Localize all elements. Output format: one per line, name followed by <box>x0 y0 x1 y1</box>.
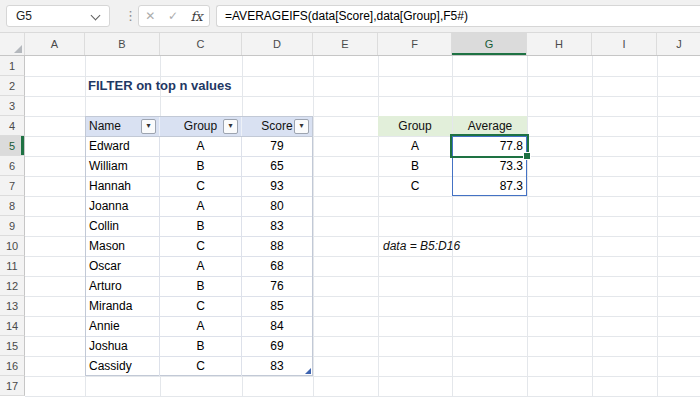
row-header-5[interactable]: 5 <box>0 136 25 156</box>
active-cell-border <box>450 134 529 158</box>
cell-score[interactable]: 69 <box>242 337 312 356</box>
excel-window: G5 ⋮ ✕ ✓ fx =AVERAGEIFS(data[Score],data… <box>0 0 700 400</box>
annotation-cell[interactable]: data = B5:D16 <box>383 236 460 256</box>
cell-group[interactable]: C <box>160 297 242 316</box>
column-header-A[interactable]: A <box>25 33 85 55</box>
row-header-15[interactable]: 15 <box>0 336 25 356</box>
column-header-G[interactable]: G <box>452 33 527 55</box>
data-table-row: EdwardA79 <box>86 137 312 157</box>
cell-name[interactable]: Collin <box>86 217 160 236</box>
filter-button-name[interactable]: ▾ <box>141 119 156 134</box>
cell-score[interactable]: 88 <box>242 237 312 256</box>
cell-score[interactable]: 68 <box>242 257 312 276</box>
row-header-14[interactable]: 14 <box>0 316 25 336</box>
row-header-7[interactable]: 7 <box>0 176 25 196</box>
column-header-H[interactable]: H <box>527 33 592 55</box>
cell-group-label[interactable]: A <box>378 136 452 156</box>
cell-name[interactable]: Joanna <box>86 197 160 216</box>
cell-score[interactable]: 85 <box>242 297 312 316</box>
cell-score[interactable]: 80 <box>242 197 312 216</box>
cell-score[interactable]: 65 <box>242 157 312 176</box>
data-table-header-group[interactable]: Group ▾ <box>160 117 242 136</box>
row-header-13[interactable]: 13 <box>0 296 25 316</box>
cell-name[interactable]: Mason <box>86 237 160 256</box>
gridline-vertical <box>592 56 593 396</box>
cell-name[interactable]: Annie <box>86 317 160 336</box>
cell-name[interactable]: Edward <box>86 137 160 156</box>
row-header-12[interactable]: 12 <box>0 276 25 296</box>
cell-group[interactable]: B <box>160 217 242 236</box>
cell-name[interactable]: Cassidy <box>86 357 160 376</box>
cell-score[interactable]: 93 <box>242 177 312 196</box>
result-header-group[interactable]: Group <box>378 116 452 136</box>
row-header-16[interactable]: 16 <box>0 356 25 376</box>
name-box[interactable]: G5 <box>6 5 110 27</box>
enter-button[interactable]: ✓ <box>168 6 178 26</box>
result-header-average[interactable]: Average <box>453 116 527 136</box>
column-header-E[interactable]: E <box>313 33 378 55</box>
cell-group[interactable]: A <box>160 317 242 336</box>
column-header-B[interactable]: B <box>85 33 160 55</box>
cell-name[interactable]: Joshua <box>86 337 160 356</box>
formula-buttons: ✕ ✓ fx <box>138 5 210 27</box>
insert-function-button[interactable]: fx <box>191 9 203 24</box>
gridline-vertical <box>313 56 314 396</box>
row-header-4[interactable]: 4 <box>0 116 25 136</box>
filter-arrow-icon: ▾ <box>228 121 232 130</box>
cancel-button[interactable]: ✕ <box>145 6 155 26</box>
column-header-I[interactable]: I <box>592 33 657 55</box>
cell-group[interactable]: B <box>160 337 242 356</box>
row-header-1[interactable]: 1 <box>0 56 25 76</box>
filter-button-score[interactable]: ▾ <box>294 119 309 134</box>
cell-group[interactable]: C <box>160 237 242 256</box>
cell-name[interactable]: Arturo <box>86 277 160 296</box>
cell-group[interactable]: B <box>160 157 242 176</box>
row-header-9[interactable]: 9 <box>0 216 25 236</box>
data-table-row: JoshuaB69 <box>86 337 312 357</box>
column-header-F[interactable]: F <box>378 33 452 55</box>
data-table-row: CollinB83 <box>86 217 312 237</box>
cell-group[interactable]: A <box>160 137 242 156</box>
cell-score[interactable]: 79 <box>242 137 312 156</box>
fill-handle[interactable] <box>523 152 531 160</box>
cell-group[interactable]: A <box>160 257 242 276</box>
row-header-11[interactable]: 11 <box>0 256 25 276</box>
data-table-header-score[interactable]: Score ▾ <box>242 117 312 136</box>
cell-name[interactable]: Hannah <box>86 177 160 196</box>
select-all-triangle-icon <box>14 45 22 53</box>
cell-score[interactable]: 76 <box>242 277 312 296</box>
filter-button-group[interactable]: ▾ <box>223 119 238 134</box>
cell-group-label[interactable]: C <box>378 176 452 196</box>
cell-score[interactable]: 83 <box>242 357 312 376</box>
chevron-down-icon[interactable] <box>91 11 101 21</box>
row-header-3[interactable]: 3 <box>0 96 25 116</box>
cell-score[interactable]: 83 <box>242 217 312 236</box>
cell-group[interactable]: C <box>160 357 242 376</box>
column-header-D[interactable]: D <box>242 33 313 55</box>
select-all-button[interactable] <box>0 33 25 55</box>
data-table-row: AnnieA84 <box>86 317 312 337</box>
row-header-17[interactable]: 17 <box>0 376 25 396</box>
cell-group-label[interactable]: B <box>378 156 452 176</box>
data-table-header-name[interactable]: Name ▾ <box>86 117 160 136</box>
cell-group[interactable]: C <box>160 177 242 196</box>
sheet-title-cell[interactable]: FILTER on top n values <box>88 76 231 96</box>
cell-score[interactable]: 84 <box>242 317 312 336</box>
data-table-row: ArturoB76 <box>86 277 312 297</box>
row-header-8[interactable]: 8 <box>0 196 25 216</box>
cell-group[interactable]: A <box>160 197 242 216</box>
formula-input[interactable]: =AVERAGEIFS(data[Score],data[Group],F5#) <box>216 5 700 27</box>
cell-name[interactable]: Oscar <box>86 257 160 276</box>
row-header-10[interactable]: 10 <box>0 236 25 256</box>
formula-bar-strip: G5 ⋮ ✕ ✓ fx =AVERAGEIFS(data[Score],data… <box>0 0 700 33</box>
cell-group[interactable]: B <box>160 277 242 296</box>
data-table-row: MasonC88 <box>86 237 312 257</box>
cell-name[interactable]: William <box>86 157 160 176</box>
row-header-2[interactable]: 2 <box>0 76 25 96</box>
cell-name[interactable]: Miranda <box>86 297 160 316</box>
row-header-6[interactable]: 6 <box>0 156 25 176</box>
column-header-C[interactable]: C <box>160 33 242 55</box>
column-header-J[interactable]: J <box>657 33 700 55</box>
table-resize-handle[interactable] <box>305 368 311 374</box>
data-table-row: OscarA68 <box>86 257 312 277</box>
